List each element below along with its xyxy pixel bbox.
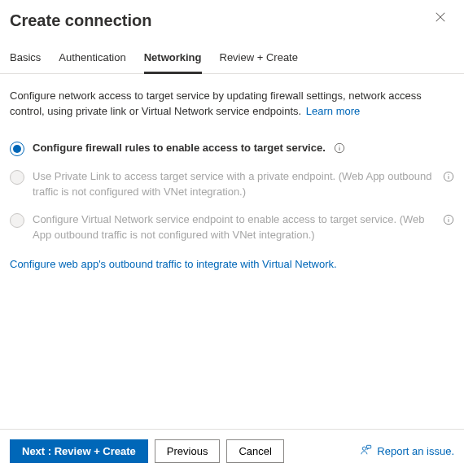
svg-rect-12 [367, 445, 371, 448]
report-issue-link[interactable]: Report an issue. [361, 444, 454, 458]
option-private-link-label: Use Private Link to access target servic… [33, 169, 435, 200]
option-vnet-endpoint-label: Configure Virtual Network service endpoi… [33, 212, 435, 243]
close-icon[interactable] [435, 11, 449, 26]
next-button[interactable]: Next : Review + Create [10, 439, 148, 463]
tab-body: Configure network access to target servi… [0, 74, 464, 429]
radio-vnet-endpoint [10, 213, 24, 228]
info-icon[interactable] [443, 214, 454, 225]
tab-basics[interactable]: Basics [10, 51, 41, 74]
previous-button[interactable]: Previous [155, 439, 221, 463]
cancel-button[interactable]: Cancel [226, 439, 283, 463]
option-firewall-label: Configure firewall rules to enable acces… [33, 141, 326, 156]
panel-header: Create connection [0, 0, 464, 30]
create-connection-panel: Create connection Basics Authentication … [0, 0, 464, 476]
info-icon[interactable] [334, 142, 345, 154]
tab-authentication[interactable]: Authentication [59, 51, 125, 74]
option-vnet-endpoint: Configure Virtual Network service endpoi… [10, 212, 454, 243]
panel-footer: Next : Review + Create Previous Cancel R… [0, 429, 464, 476]
option-firewall[interactable]: Configure firewall rules to enable acces… [10, 141, 454, 156]
svg-point-10 [448, 217, 449, 218]
learn-more-link[interactable]: Learn more [306, 105, 360, 117]
report-issue-label: Report an issue. [377, 445, 454, 457]
person-feedback-icon [361, 444, 372, 458]
radio-private-link [10, 170, 24, 185]
svg-point-7 [448, 173, 449, 174]
svg-point-11 [363, 447, 366, 450]
tab-bar: Basics Authentication Networking Review … [0, 30, 464, 74]
radio-firewall[interactable] [10, 142, 24, 156]
option-private-link: Use Private Link to access target servic… [10, 169, 454, 200]
tab-networking[interactable]: Networking [144, 51, 202, 74]
panel-title: Create connection [10, 11, 151, 30]
svg-point-4 [339, 145, 339, 146]
info-icon[interactable] [443, 171, 454, 182]
tab-review-create[interactable]: Review + Create [220, 51, 298, 74]
configure-outbound-link[interactable]: Configure web app's outbound traffic to … [10, 258, 337, 270]
networking-options: Configure firewall rules to enable acces… [10, 141, 454, 243]
